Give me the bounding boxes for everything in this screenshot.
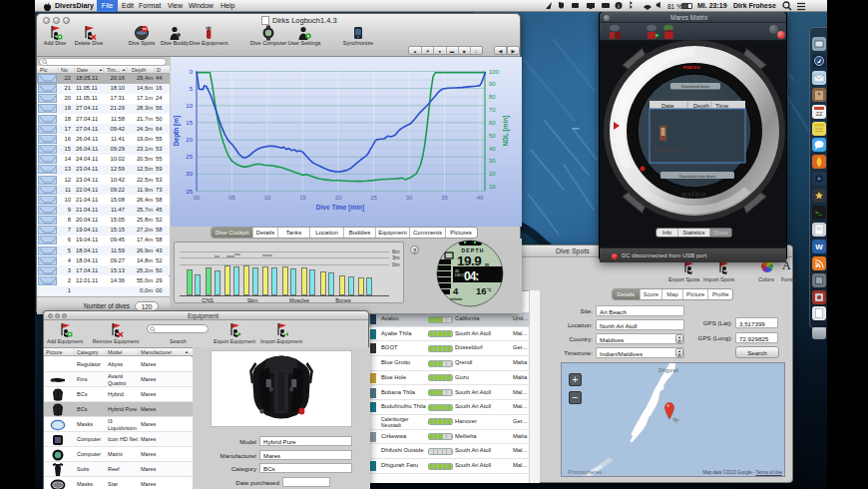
svg-text:00: 00 bbox=[194, 195, 201, 201]
svg-text:m/min: m/min bbox=[450, 296, 463, 301]
svg-text:05: 05 bbox=[228, 195, 235, 201]
svg-text:4: 4 bbox=[453, 285, 459, 296]
svg-text:50: 50 bbox=[489, 133, 496, 139]
svg-text:19.9: 19.9 bbox=[457, 253, 481, 268]
svg-text:Photospheres: Photospheres bbox=[568, 469, 602, 475]
svg-text:60: 60 bbox=[489, 120, 496, 126]
svg-text:20: 20 bbox=[335, 195, 342, 201]
svg-text:20: 20 bbox=[186, 137, 193, 143]
svg-text:90: 90 bbox=[489, 81, 496, 87]
svg-text:mares: mares bbox=[682, 64, 700, 70]
svg-text:Depth [m]: Depth [m] bbox=[173, 116, 181, 146]
svg-text:25: 25 bbox=[370, 195, 377, 201]
svg-text:16: 16 bbox=[476, 285, 487, 296]
svg-text:Depth: Depth bbox=[693, 103, 709, 109]
svg-text:35: 35 bbox=[186, 189, 193, 195]
svg-text:Download new dives: Download new dives bbox=[679, 174, 716, 179]
svg-text:35: 35 bbox=[441, 195, 448, 201]
svg-text:Dive Time [min]: Dive Time [min] bbox=[316, 204, 364, 212]
svg-text:22: 22 bbox=[816, 111, 823, 117]
svg-text:30: 30 bbox=[406, 195, 413, 201]
svg-text:Time: Time bbox=[715, 103, 729, 109]
svg-text:Date: Date bbox=[661, 103, 674, 109]
svg-text:>_: >_ bbox=[815, 210, 823, 216]
svg-text:80: 80 bbox=[489, 94, 496, 100]
svg-text:MATRIX: MATRIX bbox=[682, 192, 707, 198]
svg-text:04:: 04: bbox=[464, 269, 478, 283]
svg-text:25: 25 bbox=[186, 154, 193, 160]
svg-text:15: 15 bbox=[186, 120, 193, 126]
svg-text:NDL [min]: NDL [min] bbox=[502, 116, 510, 147]
svg-text:10: 10 bbox=[186, 103, 193, 109]
svg-text:10: 10 bbox=[264, 195, 271, 201]
svg-text:40: 40 bbox=[489, 146, 496, 152]
svg-text:100: 100 bbox=[489, 69, 500, 75]
svg-text:40: 40 bbox=[455, 269, 459, 273]
svg-text:30: 30 bbox=[186, 171, 193, 177]
svg-text:DiversDiary: DiversDiary bbox=[654, 147, 680, 153]
svg-text:Dhigurah: Dhigurah bbox=[658, 367, 679, 373]
svg-text:Download dives: Download dives bbox=[681, 84, 709, 89]
svg-text:°c: °c bbox=[487, 287, 492, 292]
svg-text:W: W bbox=[815, 243, 823, 251]
svg-text:30: 30 bbox=[489, 158, 496, 164]
svg-text:10: 10 bbox=[489, 184, 496, 190]
svg-text:70: 70 bbox=[489, 107, 496, 113]
svg-text:imm: imm bbox=[572, 126, 580, 131]
svg-text:m: m bbox=[485, 262, 489, 267]
svg-text:15: 15 bbox=[299, 195, 306, 201]
svg-text:40: 40 bbox=[477, 195, 484, 201]
svg-text:i: i bbox=[618, 3, 619, 9]
svg-text:20: 20 bbox=[489, 171, 496, 177]
